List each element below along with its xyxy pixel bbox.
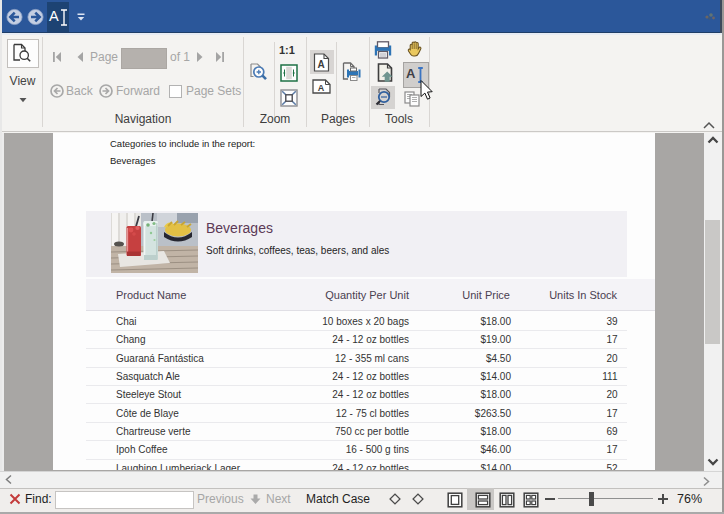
- svg-text:A: A: [318, 59, 325, 70]
- svg-text:A: A: [318, 83, 325, 93]
